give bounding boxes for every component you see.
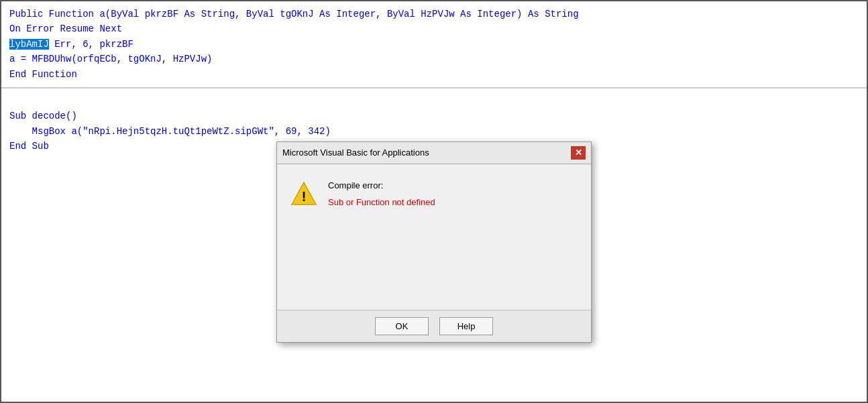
warning-icon: ! — [290, 180, 317, 207]
error-detail-label: Sub or Function not defined — [328, 197, 435, 207]
code-line-8: MsgBox a("nRpi.Hejn5tqzH.tuQt1peWtZ.sipG… — [9, 124, 859, 139]
code-editor-top: Public Function a(ByVal pkrzBF As String… — [1, 1, 867, 88]
svg-text:!: ! — [302, 189, 307, 204]
ok-button[interactable]: OK — [375, 317, 429, 335]
dialog-body: ! Compile error: Sub or Function not def… — [277, 164, 591, 310]
help-button[interactable]: Help — [439, 317, 493, 335]
dialog-text-block: Compile error: Sub or Function not defin… — [328, 180, 435, 207]
compile-error-label: Compile error: — [328, 180, 435, 190]
code-line-5: End Function — [9, 67, 859, 82]
code-line-6 — [9, 94, 859, 109]
dialog-close-button[interactable]: ✕ — [571, 146, 586, 160]
code-line-7: Sub decode() — [9, 109, 859, 123]
code-line-1: Public Function a(ByVal pkrzBF As String… — [9, 7, 859, 21]
dialog-titlebar: Microsoft Visual Basic for Applications … — [277, 142, 591, 164]
dialog-title: Microsoft Visual Basic for Applications — [282, 148, 429, 158]
code-line-3: lybAmIJ Err, 6, pkrzBF — [9, 37, 859, 52]
dialog-message-row: ! Compile error: Sub or Function not def… — [290, 180, 578, 207]
dialog-footer: OK Help — [277, 310, 591, 342]
code-line-3-suffix: Err, 6, pkrzBF — [49, 39, 133, 50]
code-line-2: On Error Resume Next — [9, 21, 859, 36]
highlighted-token: lybAmIJ — [9, 39, 49, 50]
dialog-window: Microsoft Visual Basic for Applications … — [276, 141, 592, 343]
code-line-4: a = MFBDUhw(orfqECb, tgOKnJ, HzPVJw) — [9, 52, 859, 66]
